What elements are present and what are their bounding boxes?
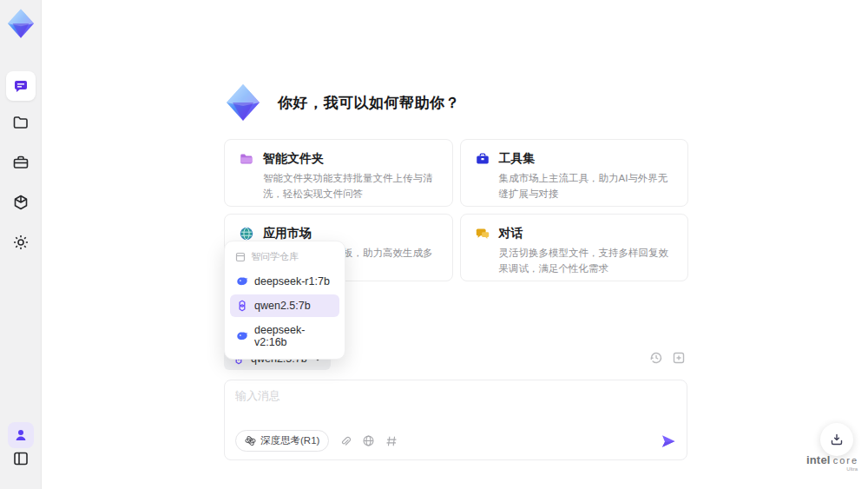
- greeting-row: 你好，我可以如何帮助你？: [222, 82, 460, 123]
- app-logo: [4, 7, 37, 40]
- message-composer: 深度思考(R1): [224, 380, 687, 460]
- message-input[interactable]: [235, 388, 669, 423]
- sidebar-item-chat[interactable]: [0, 71, 42, 101]
- download-icon: [830, 433, 844, 446]
- sidebar-item-models[interactable]: [0, 194, 42, 211]
- briefcase-indigo-icon: [475, 151, 490, 167]
- gear-icon: [12, 234, 30, 251]
- grid-icon[interactable]: [385, 435, 398, 447]
- card-title: 智能文件夹: [263, 151, 324, 167]
- card-description: 集成市场上主流工具，助力AI与外界无缝扩展与对接: [499, 171, 674, 202]
- card-description: 灵活切换多模型文件，支持多样回复效果调试，满足个性化需求: [499, 246, 674, 277]
- sidebar-item-files[interactable]: [0, 114, 42, 131]
- card-description: 智能文件夹功能支持批量文件上传与清洗，轻松实现文件问答: [263, 171, 438, 202]
- tier-text: Ultra: [806, 466, 858, 472]
- app-logo: [222, 82, 264, 123]
- download-button[interactable]: [820, 423, 853, 456]
- intel-core-badge: intel core Ultra: [806, 453, 859, 472]
- chat-amber-icon: [475, 226, 490, 241]
- qwen-icon: [236, 300, 248, 312]
- deepseek-whale-icon: [236, 275, 248, 287]
- sidebar-item-collapse[interactable]: [0, 450, 42, 467]
- panel-icon: [12, 450, 30, 467]
- greeting-title: 你好，我可以如何帮助你？: [278, 93, 460, 113]
- sidebar-item-account[interactable]: [0, 422, 42, 448]
- intel-logo-text: intel: [806, 453, 831, 466]
- repo-icon: [235, 252, 246, 262]
- toolbox-icon: [12, 154, 30, 171]
- chat-icon: [12, 77, 30, 95]
- globe-teal-icon: [239, 226, 254, 241]
- card-title: 对话: [499, 226, 523, 241]
- card-title: 应用市场: [263, 226, 312, 241]
- model-option-deepseek-v2[interactable]: deepseek-v2:16b: [230, 319, 339, 354]
- sidebar-item-toolbox[interactable]: [0, 154, 42, 171]
- history-icon[interactable]: [649, 351, 663, 365]
- sidebar-item-settings[interactable]: [0, 234, 42, 251]
- model-option-qwen[interactable]: qwen2.5:7b: [230, 294, 339, 317]
- deep-think-toggle[interactable]: 深度思考(R1): [235, 430, 329, 452]
- card-toolset[interactable]: 工具集 集成市场上主流工具，助力AI与外界无缝扩展与对接: [460, 139, 689, 207]
- cube-icon: [12, 194, 30, 211]
- atom-icon: [245, 435, 256, 446]
- model-option-deepseek-r1[interactable]: deepseek-r1:7b: [230, 270, 339, 293]
- user-icon: [14, 428, 28, 442]
- card-title: 工具集: [499, 151, 536, 167]
- folder-icon: [12, 114, 30, 131]
- paperclip-icon[interactable]: [339, 435, 352, 447]
- deep-think-label: 深度思考(R1): [260, 434, 319, 447]
- model-dropdown-header: 智问学仓库: [230, 247, 339, 268]
- folder-purple-icon: [239, 151, 254, 167]
- card-conversation[interactable]: 对话 灵活切换多模型文件，支持多样回复效果调试，满足个性化需求: [460, 214, 689, 281]
- card-smart-folder[interactable]: 智能文件夹 智能文件夹功能支持批量文件上传与清洗，轻松实现文件问答: [224, 139, 453, 207]
- globe-icon[interactable]: [362, 434, 375, 447]
- new-chat-icon[interactable]: [672, 351, 686, 365]
- sidebar: [0, 0, 42, 489]
- model-dropdown: 智问学仓库 deepseek-r1:7b qwen2.5:7b: [224, 241, 345, 360]
- deepseek-whale-icon: [236, 330, 248, 342]
- core-logo-text: core: [833, 455, 858, 466]
- send-icon[interactable]: [661, 433, 676, 449]
